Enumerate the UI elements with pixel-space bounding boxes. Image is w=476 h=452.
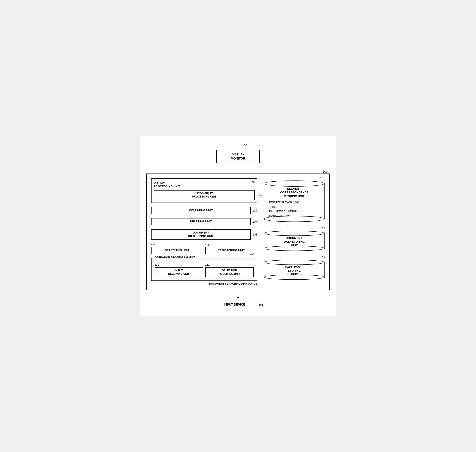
ref-110: 110 [252,209,257,212]
inner-layout: DISPLAYPROCESSING UNIT 109 LIST-DISPLAYP… [151,178,325,286]
input-receiving-unit-label: INPUTRECEIVING UNIT [168,269,189,275]
document-identifying-unit-box: DOCUMENTIDENTIFYING UNIT [151,229,251,240]
collating-unit-label: COLLATING UNIT [189,209,213,212]
ref-107: 107 [252,220,257,223]
ref-152: 152 [242,143,247,146]
left-column: DISPLAYPROCESSING UNIT 109 LIST-DISPLAYP… [151,178,257,286]
list-display-processing-unit-label: LIST-DISPLAYPROCESSING UNIT [192,192,216,198]
operation-processing-unit-label: OPERATION PROCESSING UNIT [154,256,196,259]
input-device-box: INPUT DEVICE [213,300,256,309]
searching-unit-box: SEARCHING UNIT [151,247,203,254]
deleting-unit-box: DELETING UNIT [151,218,251,225]
ref-108: 108 [252,233,257,236]
element-correspondence-cylinder: 101 ELEMENT-CORRESPONDENCESTORING UNIT ·… [264,180,325,222]
right-column: 101 ELEMENT-CORRESPONDENCESTORING UNIT ·… [264,178,325,286]
registering-unit-label: REGISTERING UNIT [218,249,245,252]
selection-receiving-unit-label: SELECTIONRECEIVING UNIT [219,269,240,275]
selection-receiving-unit-box: SELECTIONRECEIVING UNIT [205,267,254,277]
document-identifying-unit-label: DOCUMENTIDENTIFYING UNIT [188,231,214,238]
ref-103: 103 [320,256,325,259]
ref-102: 102 [320,227,325,230]
searching-unit-label: SEARCHING UNIT [165,249,189,252]
operation-processing-unit-section: OPERATION PROCESSING UNIT — 104 111 INPU… [151,258,257,281]
element-correspondence-items: · DOCUMENT MANAGING TABLE · PAGE-CORRESP… [268,200,321,218]
main-border-box: DISPLAYPROCESSING UNIT 109 LIST-DISPLAYP… [146,173,330,290]
ref-111: 111 [154,263,159,266]
display-processing-unit-box: DISPLAYPROCESSING UNIT 109 LIST-DISPLAYP… [151,178,257,203]
ref-104: — 104 [247,252,255,255]
input-receiving-unit-box: INPUTRECEIVING UNIT [154,267,203,277]
ref-109: 109 [250,181,255,184]
ref-101: 101 [320,177,325,180]
page-image-cylinder: 103 PAGE-IMAGESTORINGUNIT [264,260,325,280]
apparatus-label: DOCUMENT SEARCHING APPARATUS [151,282,257,285]
display-processing-unit-label: DISPLAYPROCESSING UNIT [154,181,180,188]
display-monitor-label: DISPLAYMONITOR [231,153,245,160]
ref-112: 112 [205,263,210,266]
element-correspondence-title: ELEMENT-CORRESPONDENCESTORING UNIT [268,187,321,198]
display-monitor-box: DISPLAYMONITOR [216,150,260,163]
ref-100: 100 [323,170,328,173]
ref-151: 151 [259,303,263,306]
document-data-cylinder: 102 DOCUMENT-DATA STORINGUNIT [264,231,325,251]
diagram-container: 152 DISPLAYMONITOR 100 DISPLAYPROCESSING… [140,136,336,316]
collating-unit-box: COLLATING UNIT [151,207,251,214]
display-monitor-section: 152 DISPLAYMONITOR [146,143,330,169]
input-device-label: INPUT DEVICE [224,303,245,306]
input-device-section: INPUT DEVICE 151 [146,300,330,309]
ref-106-label: 106 [205,244,210,247]
ref-121: — 121 [255,193,263,197]
deleting-unit-label: DELETING UNIT [190,220,212,223]
ref-105-label: 105 [151,244,155,247]
list-display-processing-unit-box: LIST-DISPLAYPROCESSING UNIT — 121 [154,190,255,200]
